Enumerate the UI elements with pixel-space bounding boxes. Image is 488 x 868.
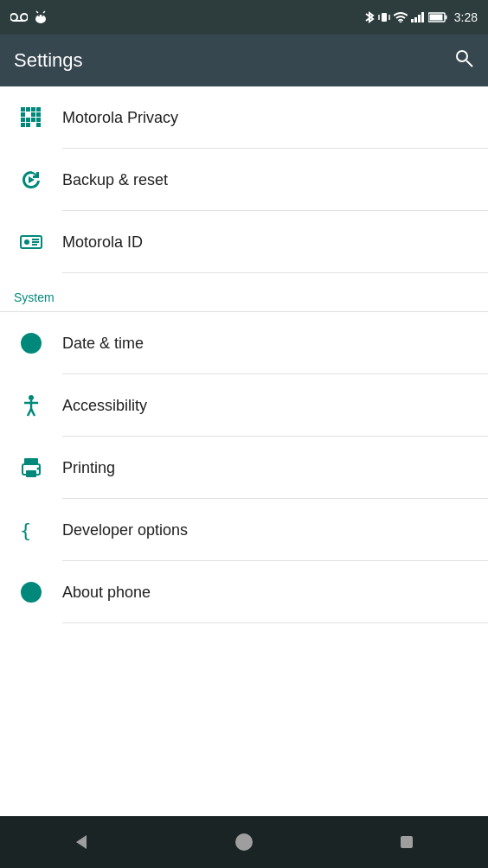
svg-rect-6	[38, 15, 40, 16]
print-icon	[14, 450, 48, 485]
svg-rect-4	[36, 18, 38, 21]
svg-point-21	[457, 51, 467, 61]
svg-rect-17	[421, 12, 424, 22]
android-icon	[35, 10, 47, 24]
svg-line-9	[43, 11, 45, 13]
svg-rect-32	[31, 118, 35, 122]
svg-rect-26	[36, 107, 41, 112]
system-section-header: System	[0, 273, 488, 312]
status-bar-right: 3:28	[364, 10, 478, 24]
page-title: Settings	[14, 49, 83, 72]
motorola-privacy-item[interactable]: Motorola Privacy	[0, 86, 488, 149]
info-icon	[14, 575, 48, 610]
backup-reset-label: Backup & reset	[62, 171, 168, 189]
vibrate-icon	[378, 11, 390, 23]
svg-rect-19	[445, 16, 446, 20]
search-button[interactable]	[453, 48, 474, 73]
svg-line-8	[36, 11, 38, 13]
svg-point-0	[10, 14, 17, 21]
svg-line-22	[466, 61, 472, 67]
svg-rect-16	[418, 15, 421, 22]
accessibility-label: Accessibility	[62, 397, 147, 415]
motorola-privacy-label: Motorola Privacy	[62, 109, 178, 127]
svg-rect-31	[26, 118, 30, 122]
svg-rect-7	[42, 15, 43, 16]
privacy-icon	[14, 100, 48, 135]
svg-rect-27	[21, 112, 25, 117]
accessibility-icon	[14, 388, 48, 423]
svg-point-60	[236, 834, 252, 850]
svg-marker-59	[76, 835, 87, 849]
svg-rect-15	[414, 17, 417, 22]
recents-button[interactable]	[381, 825, 433, 859]
svg-rect-5	[43, 18, 45, 21]
accessibility-item[interactable]: Accessibility	[0, 374, 488, 437]
motorola-id-label: Motorola ID	[62, 233, 143, 252]
svg-rect-25	[31, 107, 35, 112]
wifi-icon	[394, 12, 408, 22]
svg-rect-34	[21, 123, 25, 127]
date-time-item[interactable]: Date & time	[0, 312, 488, 374]
svg-rect-35	[26, 123, 30, 127]
svg-rect-36	[36, 123, 41, 127]
id-icon	[14, 225, 48, 259]
svg-point-39	[24, 239, 29, 245]
bluetooth-icon	[364, 10, 375, 24]
nav-bar	[0, 816, 488, 868]
code-icon: { }	[14, 513, 48, 547]
svg-point-13	[399, 22, 401, 23]
clock-icon	[14, 326, 48, 361]
battery-icon	[428, 12, 447, 22]
status-bar: 3:28	[0, 0, 488, 35]
svg-rect-20	[429, 15, 442, 21]
svg-line-50	[31, 409, 35, 416]
printing-label: Printing	[62, 459, 115, 477]
svg-rect-61	[401, 837, 412, 847]
svg-rect-28	[31, 112, 35, 117]
svg-point-46	[29, 395, 34, 400]
status-time: 3:28	[454, 10, 478, 24]
printing-item[interactable]: Printing	[0, 437, 488, 499]
svg-rect-10	[382, 13, 387, 22]
backup-icon	[14, 163, 48, 197]
svg-point-1	[21, 14, 28, 21]
back-button[interactable]	[55, 825, 107, 859]
svg-rect-23	[21, 107, 25, 112]
svg-point-58	[30, 586, 33, 589]
signal-icon	[411, 12, 425, 22]
svg-rect-30	[21, 118, 25, 122]
svg-rect-33	[36, 118, 41, 122]
backup-reset-item[interactable]: Backup & reset	[0, 149, 488, 211]
about-phone-label: About phone	[62, 584, 151, 602]
motorola-id-item[interactable]: Motorola ID	[0, 211, 488, 273]
home-button[interactable]	[218, 825, 270, 859]
date-time-label: Date & time	[62, 335, 144, 353]
toolbar: Settings	[0, 35, 488, 86]
voicemail-icon	[10, 11, 28, 23]
svg-point-54	[37, 468, 40, 470]
svg-rect-14	[411, 19, 414, 22]
svg-rect-53	[26, 470, 36, 477]
developer-options-item[interactable]: { } Developer options	[0, 499, 488, 561]
svg-rect-29	[36, 112, 41, 117]
settings-list: Motorola Privacy Backup & reset Motorola…	[0, 86, 488, 623]
developer-options-label: Developer options	[62, 521, 188, 539]
about-phone-item[interactable]: About phone	[0, 561, 488, 623]
status-bar-left	[10, 10, 47, 24]
svg-rect-24	[26, 107, 30, 112]
svg-text:{ }: { }	[20, 520, 44, 541]
